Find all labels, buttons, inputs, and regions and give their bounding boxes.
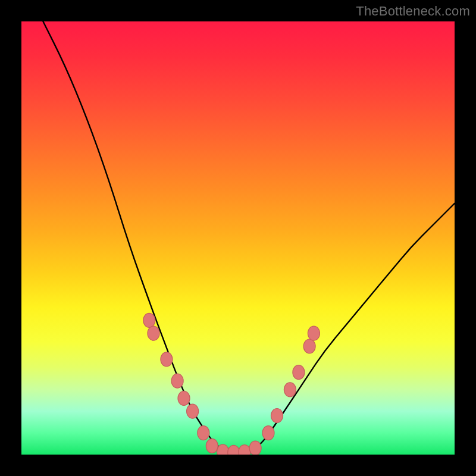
curve-marker [293, 365, 305, 380]
curve-marker [249, 441, 261, 455]
curve-marker [303, 339, 315, 353]
curve-marker [271, 409, 283, 423]
watermark-text: TheBottleneck.com [356, 4, 470, 19]
curve-marker [148, 326, 159, 340]
curve-marker [143, 313, 155, 327]
plot-area [21, 21, 455, 455]
curve-marker [284, 383, 296, 397]
curve-marker [239, 445, 250, 455]
curve-markers [143, 313, 320, 455]
curve-marker [206, 439, 218, 453]
curve-marker [161, 352, 173, 367]
chart-frame: TheBottleneck.com [0, 0, 476, 476]
curve-marker [187, 404, 199, 418]
curve-marker [308, 326, 320, 340]
curve-marker [198, 426, 209, 440]
curve-marker [171, 374, 183, 388]
bottleneck-curve-path [43, 21, 455, 452]
curve-marker [178, 391, 190, 405]
curve-marker [262, 426, 274, 440]
bottleneck-curve-svg [21, 21, 455, 455]
curve-marker [228, 445, 240, 455]
curve-marker [217, 444, 229, 455]
